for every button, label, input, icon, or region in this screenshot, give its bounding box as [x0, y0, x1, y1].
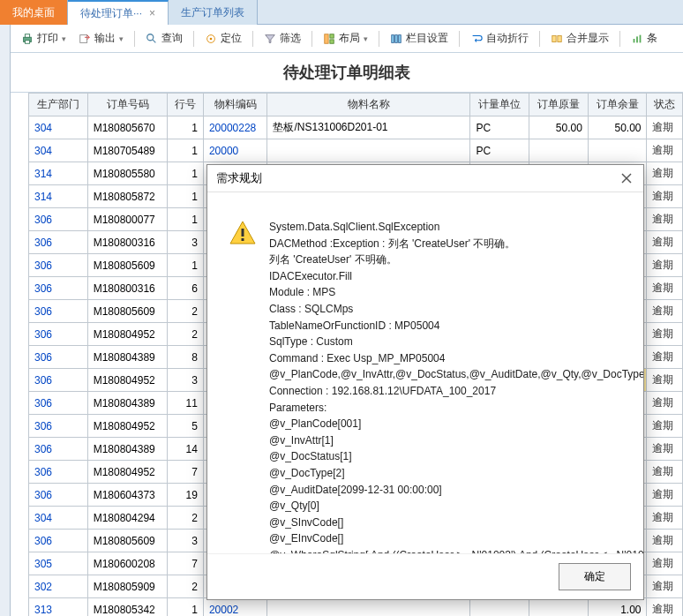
cell-status[interactable]: 逾期 [647, 346, 683, 369]
cell-orderno: M180804389 [87, 438, 168, 461]
cell-dept[interactable]: 306 [29, 346, 88, 369]
cell-status[interactable]: 逾期 [647, 507, 683, 530]
svg-point-7 [210, 37, 213, 40]
cell-dept[interactable]: 306 [29, 530, 88, 552]
table-row[interactable]: 304M180805670120000228垫板/NS131006D201-01… [29, 116, 683, 139]
mergeshow-button[interactable]: 合并显示 [545, 28, 614, 49]
tab-bar: 我的桌面 待处理订单··· × 生产订单列表 [0, 0, 683, 25]
cell-orderno: M180805609 [87, 300, 168, 323]
cell-status[interactable]: 逾期 [647, 254, 683, 277]
table-row[interactable]: 304M180705489120000PC逾期 [29, 139, 683, 162]
col-orderno[interactable]: 订单号码 [87, 94, 168, 116]
cell-dept[interactable]: 314 [29, 162, 88, 185]
cell-dept[interactable]: 305 [29, 552, 88, 575]
svg-line-5 [153, 39, 156, 42]
cell-line: 1 [168, 162, 203, 185]
col-matname[interactable]: 物料名称 [267, 94, 470, 116]
columns-button[interactable]: 栏目设置 [385, 28, 454, 49]
cell-status[interactable]: 逾期 [647, 116, 683, 139]
cell-dept[interactable]: 306 [29, 254, 88, 277]
cell-status[interactable]: 逾期 [647, 392, 683, 415]
cell-status[interactable]: 逾期 [647, 484, 683, 507]
cell-orderno: M180804952 [87, 323, 168, 346]
tab-desktop[interactable]: 我的桌面 [0, 0, 68, 25]
cell-status[interactable]: 逾期 [647, 300, 683, 323]
layout-button[interactable]: 布局▾ [318, 28, 373, 49]
cell-status[interactable]: 逾期 [647, 552, 683, 575]
ok-button[interactable]: 确定 [559, 563, 631, 590]
cell-status[interactable]: 逾期 [647, 415, 683, 438]
table-row[interactable]: 313M1808053421200021.00逾期 [29, 598, 683, 617]
cell-dept[interactable]: 306 [29, 438, 88, 461]
cell-dept[interactable]: 313 [29, 598, 88, 617]
cell-status[interactable]: 逾期 [647, 323, 683, 346]
tab-production-list[interactable]: 生产订单列表 [169, 0, 258, 25]
cell-status[interactable]: 逾期 [647, 162, 683, 185]
cell-matcode[interactable]: 20002 [203, 598, 267, 617]
col-dept[interactable]: 生产部门 [29, 94, 88, 116]
svg-rect-21 [242, 229, 244, 237]
col-orig[interactable]: 订单原量 [529, 94, 589, 116]
cell-dept[interactable]: 304 [29, 139, 88, 162]
close-icon [621, 173, 632, 184]
cell-dept[interactable]: 314 [29, 185, 88, 208]
warning-icon [229, 219, 257, 247]
cell-dept[interactable]: 306 [29, 323, 88, 346]
close-icon[interactable]: × [149, 7, 155, 19]
cell-status[interactable]: 逾期 [647, 185, 683, 208]
cell-status[interactable]: 逾期 [647, 530, 683, 552]
cell-status[interactable]: 逾期 [647, 139, 683, 162]
export-button[interactable]: 输出▾ [73, 28, 129, 49]
cell-dept[interactable]: 306 [29, 392, 88, 415]
cell-status[interactable]: 逾期 [647, 438, 683, 461]
barchart-button[interactable]: 条 [626, 28, 663, 49]
wrap-icon [470, 33, 483, 45]
svg-rect-18 [640, 34, 642, 42]
svg-rect-13 [399, 34, 402, 42]
cell-unit: PC [470, 139, 529, 162]
cell-dept[interactable]: 306 [29, 369, 88, 392]
print-button[interactable]: 打印▾ [16, 28, 71, 49]
table-header-row: 生产部门 订单号码 行号 物料编码 物料名称 计量单位 订单原量 订单余量 状态 [29, 94, 683, 116]
cell-status[interactable]: 逾期 [647, 598, 683, 617]
cell-dept[interactable]: 306 [29, 208, 88, 231]
locate-button[interactable]: 定位 [199, 28, 247, 49]
cell-dept[interactable]: 306 [29, 231, 88, 254]
cell-matcode[interactable]: 20000 [203, 139, 267, 162]
cell-dept[interactable]: 306 [29, 461, 88, 484]
left-panel-edge[interactable] [0, 25, 11, 616]
cell-line: 3 [168, 369, 203, 392]
cell-status[interactable]: 逾期 [647, 461, 683, 484]
filter-button[interactable]: 筛选 [259, 28, 306, 49]
cell-dept[interactable]: 304 [29, 507, 88, 530]
cell-line: 5 [168, 415, 203, 438]
col-line[interactable]: 行号 [168, 94, 203, 116]
tab-pending-orders[interactable]: 待处理订单··· × [68, 0, 169, 25]
cell-dept[interactable]: 306 [29, 300, 88, 323]
cell-status[interactable]: 逾期 [647, 369, 683, 392]
dialog-close-button[interactable] [619, 170, 634, 186]
cell-remain: 50.00 [588, 116, 647, 139]
cell-status[interactable]: 逾期 [647, 208, 683, 231]
cell-matcode[interactable]: 20000228 [203, 116, 267, 139]
cell-line: 6 [168, 277, 203, 300]
cell-dept[interactable]: 302 [29, 575, 88, 598]
cell-dept[interactable]: 306 [29, 277, 88, 300]
print-icon [21, 33, 34, 45]
merge-icon [551, 33, 563, 45]
cell-status[interactable]: 逾期 [647, 575, 683, 598]
query-button[interactable]: 查询 [140, 28, 188, 49]
cell-dept[interactable]: 306 [29, 415, 88, 438]
cell-status[interactable]: 逾期 [647, 231, 683, 254]
cell-status[interactable]: 逾期 [647, 277, 683, 300]
col-status[interactable]: 状态 [647, 94, 683, 116]
cell-dept[interactable]: 304 [29, 116, 88, 139]
autowrap-button[interactable]: 自动折行 [465, 28, 534, 49]
col-matcode[interactable]: 物料编码 [203, 94, 267, 116]
col-unit[interactable]: 计量单位 [470, 94, 529, 116]
cell-line: 7 [168, 552, 203, 575]
cell-dept[interactable]: 306 [29, 484, 88, 507]
col-remain[interactable]: 订单余量 [588, 94, 647, 116]
cell-line: 2 [168, 507, 203, 530]
page-title: 待处理订单明细表 [11, 53, 683, 93]
